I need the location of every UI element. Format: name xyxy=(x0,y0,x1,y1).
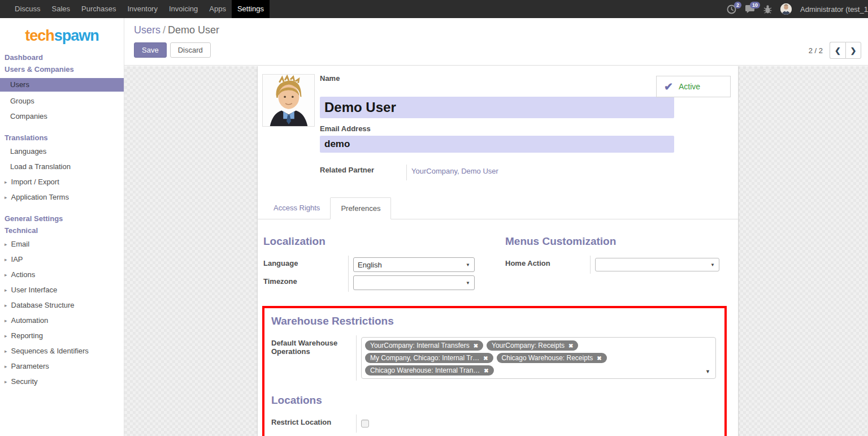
email-input[interactable]: demo xyxy=(320,136,674,153)
sidebar-item-label: Security xyxy=(11,377,38,386)
pager-next-button[interactable]: ❯ xyxy=(845,42,861,59)
tag-label: YourCompany: Internal Transfers xyxy=(370,342,470,349)
tab-access-rights[interactable]: Access Rights xyxy=(263,197,330,219)
chevron-right-icon: ▸ xyxy=(5,333,7,339)
remove-tag-icon[interactable]: ✖ xyxy=(483,355,488,361)
nav-item-inventory[interactable]: Inventory xyxy=(121,0,163,18)
user-photo[interactable] xyxy=(262,74,315,127)
nav-item-settings[interactable]: Settings xyxy=(232,0,270,18)
locations-section: Locations Restrict Location xyxy=(271,394,718,433)
sidebar-item-iap[interactable]: ▸IAP xyxy=(0,252,124,267)
restrict-location-checkbox[interactable] xyxy=(361,420,369,428)
control-panel: Users/Demo User Save Discard 2 / 2 ❮ ❯ xyxy=(124,18,868,66)
tab-preferences[interactable]: Preferences xyxy=(330,197,391,219)
remove-tag-icon[interactable]: ✖ xyxy=(597,355,601,361)
breadcrumb-current: Demo User xyxy=(168,24,219,36)
remove-tag-icon[interactable]: ✖ xyxy=(484,368,488,374)
home-action-combobox[interactable]: ▼ xyxy=(595,258,719,271)
sidebar-item-database-structure[interactable]: ▸Database Structure xyxy=(0,297,124,313)
remove-tag-icon[interactable]: ✖ xyxy=(474,343,478,349)
chevron-right-icon: ▸ xyxy=(5,364,7,369)
timezone-select[interactable]: ▼ xyxy=(353,275,475,290)
breadcrumb-separator: / xyxy=(160,24,168,36)
related-partner-link[interactable]: YourCompany, Demo User xyxy=(411,167,498,175)
sidebar-item-label: User Interface xyxy=(11,286,58,294)
sidebar-item-email[interactable]: ▸Email xyxy=(0,236,124,252)
notebook-tabs: Access Rights Preferences xyxy=(258,197,738,219)
user-menu[interactable]: Administrator (test_11 xyxy=(800,5,868,14)
sidebar-item-label: Parameters xyxy=(11,362,49,370)
message-count-badge: 10 xyxy=(750,2,760,8)
warehouse-operations-tags-field[interactable]: YourCompany: Internal Transfers✖ YourCom… xyxy=(361,337,716,379)
user-avatar[interactable] xyxy=(780,3,792,15)
language-select[interactable]: English ▼ xyxy=(353,257,475,272)
chevron-right-icon: ▸ xyxy=(5,179,7,185)
sidebar-menu: Dashboard Users & Companies Users Groups… xyxy=(0,51,124,389)
sidebar-item-translations[interactable]: Translations xyxy=(0,132,124,144)
pager-value: 2 / 2 xyxy=(809,46,823,55)
sidebar-item-companies[interactable]: Companies xyxy=(0,109,124,124)
nav-item-apps[interactable]: Apps xyxy=(203,0,232,18)
chevron-down-icon[interactable]: ▼ xyxy=(705,369,710,374)
sidebar-item-technical[interactable]: Technical xyxy=(0,225,124,236)
sidebar-item-label: Sequences & Identifiers xyxy=(11,347,89,355)
user-form-sheet: ✔ Active Name Demo User Email Address de… xyxy=(257,66,739,436)
breadcrumb-users-link[interactable]: Users xyxy=(134,24,160,36)
sidebar-item-security[interactable]: ▸Security xyxy=(0,374,124,389)
sidebar-item-dashboard[interactable]: Dashboard xyxy=(0,51,124,63)
pager-previous-button[interactable]: ❮ xyxy=(830,42,845,59)
discard-button[interactable]: Discard xyxy=(170,42,211,58)
sidebar-item-users[interactable]: Users xyxy=(0,78,124,92)
sidebar-item-label: Database Structure xyxy=(11,301,75,309)
sidebar-item-load-translation[interactable]: Load a Translation xyxy=(0,159,124,174)
chevron-right-icon: ▸ xyxy=(5,318,7,323)
sidebar-item-groups[interactable]: Groups xyxy=(0,93,124,109)
sidebar-item-application-terms[interactable]: ▸Application Terms xyxy=(0,189,124,205)
home-action-row: Home Action ▼ xyxy=(505,256,732,274)
language-value: English xyxy=(358,261,382,269)
nav-item-sales[interactable]: Sales xyxy=(46,0,76,18)
sidebar-item-import-export[interactable]: ▸Import / Export xyxy=(0,174,124,189)
app-menu: Discuss Sales Purchases Inventory Invoic… xyxy=(0,0,270,18)
tag-label: Chicago Warehouse: Internal Tran… xyxy=(370,366,480,374)
menus-customization-title: Menus Customization xyxy=(505,235,732,248)
sidebar-item-sequences-identifiers[interactable]: ▸Sequences & Identifiers xyxy=(0,343,124,359)
sidebar-item-reporting[interactable]: ▸Reporting xyxy=(0,328,124,343)
sidebar-item-user-interface[interactable]: ▸User Interface xyxy=(0,282,124,297)
logo-text-tech: tech xyxy=(25,27,54,44)
chevron-down-icon: ▼ xyxy=(466,280,470,286)
messages-bubble-icon[interactable]: 10 xyxy=(745,5,755,14)
nav-item-purchases[interactable]: Purchases xyxy=(76,0,121,18)
sidebar-item-parameters[interactable]: ▸Parameters xyxy=(0,359,124,374)
chevron-right-icon: ▸ xyxy=(5,379,7,385)
localization-title: Localization xyxy=(263,235,491,248)
chevron-right-icon: ▸ xyxy=(5,348,7,354)
active-toggle[interactable]: ✔ Active xyxy=(656,76,731,97)
sidebar-item-label: Actions xyxy=(11,270,36,279)
bug-icon[interactable] xyxy=(763,5,772,14)
chevron-right-icon: ❯ xyxy=(850,46,857,55)
sidebar-item-actions[interactable]: ▸Actions xyxy=(0,267,124,282)
name-input[interactable]: Demo User xyxy=(320,97,674,118)
activity-clock-icon[interactable]: 2 xyxy=(727,5,736,14)
nav-item-discuss[interactable]: Discuss xyxy=(9,0,46,18)
email-label: Email Address xyxy=(320,124,674,133)
sidebar-item-languages[interactable]: Languages xyxy=(0,144,124,159)
check-icon: ✔ xyxy=(664,80,673,93)
save-button[interactable]: Save xyxy=(134,42,167,58)
sidebar-item-automation[interactable]: ▸Automation xyxy=(0,313,124,328)
chevron-left-icon: ❮ xyxy=(835,46,841,55)
warehouse-tag: YourCompany: Internal Transfers✖ xyxy=(365,340,483,351)
sidebar-item-general-settings[interactable]: General Settings xyxy=(0,213,124,225)
nav-item-invoicing[interactable]: Invoicing xyxy=(163,0,203,18)
sidebar-item-users-companies[interactable]: Users & Companies xyxy=(0,63,124,75)
company-logo[interactable]: techspawn xyxy=(0,18,124,51)
sidebar-item-label: Application Terms xyxy=(11,193,69,201)
tag-label: My Company, Chicago: Internal Tr… xyxy=(370,354,479,362)
related-partner-label: Related Partner xyxy=(320,165,406,180)
warehouse-tag: YourCompany: Receipts✖ xyxy=(487,340,578,351)
remove-tag-icon[interactable]: ✖ xyxy=(568,343,573,349)
sidebar-item-label: Email xyxy=(11,240,30,248)
restrict-location-label: Restrict Location xyxy=(271,415,356,433)
warehouse-tag: Chicago Warehouse: Internal Tran…✖ xyxy=(365,365,494,375)
